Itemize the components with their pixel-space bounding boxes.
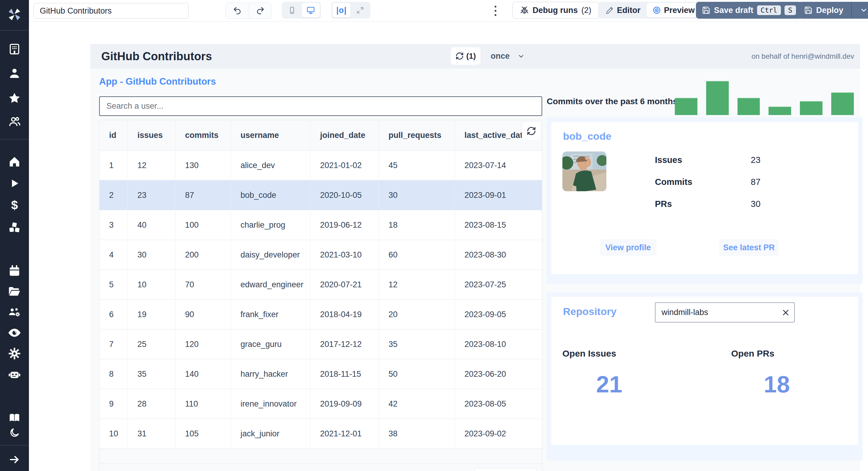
- search-input[interactable]: [99, 96, 542, 116]
- table-cell: 2020-07-21: [310, 270, 379, 299]
- sidebar-item-runs[interactable]: [7, 175, 22, 191]
- table-cell: 1: [99, 150, 128, 180]
- table-cell: 20: [379, 300, 455, 329]
- windmill-logo[interactable]: [7, 7, 22, 22]
- view-profile-button[interactable]: View profile: [600, 239, 656, 256]
- sidebar: $: [0, 0, 29, 471]
- table-cell: 70: [176, 270, 231, 299]
- chart-bar: [769, 107, 791, 115]
- refresh-count: (1): [466, 52, 476, 61]
- table-cell: jack_junior: [231, 419, 310, 448]
- sidebar-item-user[interactable]: [7, 65, 22, 81]
- stat-value: 30: [751, 199, 761, 209]
- app-canvas: GitHub Contributors (1) once on behalf o…: [90, 44, 860, 471]
- table-row[interactable]: 430200daisy_developer2021-03-10602023-08…: [99, 240, 542, 270]
- table-cell: 31: [128, 419, 176, 448]
- repository-input[interactable]: [655, 308, 777, 317]
- save-icon: [702, 6, 710, 14]
- editor-tab[interactable]: Editor: [599, 3, 647, 18]
- sidebar-item-home[interactable]: [7, 154, 22, 170]
- table-cell: 40: [128, 210, 176, 240]
- download-button[interactable]: Download: [474, 468, 536, 471]
- more-options-button[interactable]: [495, 3, 496, 19]
- sidebar-item-dark-mode[interactable]: [7, 425, 22, 441]
- app-header-title: GitHub Contributors: [101, 50, 212, 63]
- table-refresh-button[interactable]: [522, 121, 541, 141]
- play-icon: [8, 177, 21, 190]
- table-cell: 2020-10-05: [310, 180, 379, 210]
- table-cell: 2019-06-12: [310, 210, 379, 240]
- top-toolbar: |o| Debug runs (2) Editor Preview: [29, 0, 868, 22]
- table-row[interactable]: 1031105jack_junior2021-12-01382023-09-02: [99, 418, 542, 448]
- centered-layout-icon: |o|: [336, 6, 347, 15]
- table-cell: frank_fixer: [231, 300, 310, 329]
- deploy-container: Deploy: [798, 2, 868, 18]
- table-cell: charlie_prog: [231, 210, 310, 240]
- sidebar-item-audit-logs[interactable]: [7, 325, 22, 341]
- fullscreen-layout-toggle[interactable]: [351, 3, 369, 18]
- sidebar-item-groups[interactable]: [7, 114, 22, 130]
- sidebar-divider: [0, 445, 29, 445]
- sidebar-expand-button[interactable]: [7, 452, 22, 467]
- table-row[interactable]: 22387bob_code2020-10-05302023-09-01: [99, 180, 542, 210]
- table-cell: 7: [99, 330, 128, 359]
- table-row[interactable]: 725120grace_guru2017-12-12352023-08-10: [99, 329, 542, 359]
- column-header-joined_date[interactable]: joined_date: [310, 120, 379, 150]
- table-row[interactable]: 928110irene_innovator2019-09-09422023-08…: [99, 389, 542, 418]
- sidebar-item-resources[interactable]: [7, 220, 22, 235]
- column-header-issues[interactable]: issues: [128, 120, 176, 150]
- column-header-id[interactable]: id: [99, 120, 128, 150]
- table-cell: 10: [128, 270, 176, 299]
- table-cell: 2017-12-12: [310, 330, 379, 359]
- column-header-commits[interactable]: commits: [176, 120, 231, 150]
- star-icon: [8, 92, 21, 105]
- save-draft-button[interactable]: Save draft CtrlS: [696, 2, 802, 19]
- sidebar-item-workers[interactable]: [7, 304, 22, 320]
- building-icon: [8, 43, 21, 56]
- sidebar-item-ai[interactable]: [7, 367, 22, 382]
- sidebar-item-favorites[interactable]: [7, 90, 22, 106]
- people-icon: [8, 115, 21, 128]
- column-header-username[interactable]: username: [231, 120, 310, 150]
- stat-value: 23: [751, 155, 761, 165]
- chevron-down-icon: [518, 53, 525, 60]
- sidebar-item-variables[interactable]: $: [7, 197, 22, 213]
- mobile-view-toggle[interactable]: [283, 3, 301, 18]
- table-row[interactable]: 112130alice_dev2021-01-02452023-07-14: [99, 150, 542, 180]
- table-cell: bob_code: [231, 180, 310, 210]
- sidebar-item-workspace[interactable]: [7, 41, 22, 57]
- preview-tab[interactable]: Preview: [647, 3, 701, 18]
- sidebar-item-schedules[interactable]: [7, 263, 22, 279]
- bug-icon: [520, 6, 529, 15]
- table-cell: 38: [379, 419, 455, 448]
- table-row[interactable]: 61990frank_fixer2018-04-19202023-09-05: [99, 299, 542, 329]
- deploy-button[interactable]: Deploy: [798, 2, 868, 19]
- table-cell: edward_engineer: [231, 270, 310, 299]
- sidebar-item-settings[interactable]: [7, 346, 22, 361]
- clear-input-button[interactable]: [777, 309, 794, 316]
- sidebar-item-docs[interactable]: [7, 410, 22, 426]
- centered-layout-toggle[interactable]: |o|: [333, 3, 350, 18]
- undo-redo-group: [225, 3, 272, 19]
- table-cell: 140: [176, 359, 231, 389]
- chart-bar: [831, 93, 854, 115]
- sidebar-item-folders[interactable]: [7, 284, 22, 299]
- table-cell: 2023-07-25: [455, 270, 542, 299]
- desktop-view-toggle[interactable]: [302, 3, 320, 18]
- debug-runs-button[interactable]: Debug runs (2): [513, 2, 599, 19]
- app-refresh-button[interactable]: (1): [451, 47, 480, 65]
- see-latest-pr-button[interactable]: See latest PR: [719, 239, 779, 256]
- table-cell: 19: [128, 300, 176, 329]
- table-row[interactable]: 51070edward_engineer2020-07-21122023-07-…: [99, 270, 542, 299]
- refresh-icon: [527, 126, 536, 136]
- table-row[interactable]: 340100charlie_prog2019-06-12182023-08-15: [99, 210, 542, 240]
- undo-button[interactable]: [226, 3, 249, 19]
- table-cell: grace_guru: [231, 330, 310, 359]
- column-header-pull_requests[interactable]: pull_requests: [379, 120, 455, 150]
- redo-button[interactable]: [249, 3, 272, 19]
- app-title-input[interactable]: [33, 3, 189, 19]
- table-row[interactable]: 835140harry_hacker2018-11-15502023-06-20: [99, 359, 542, 389]
- home-icon: [8, 156, 21, 168]
- deploy-dropdown-button[interactable]: [855, 6, 868, 14]
- schedule-dropdown[interactable]: once: [491, 44, 525, 68]
